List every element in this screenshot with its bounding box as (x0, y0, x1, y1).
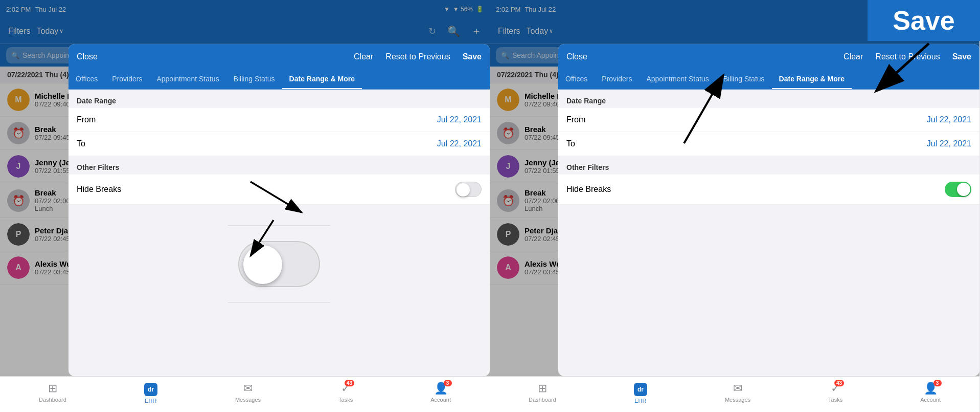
big-toggle-knob-left (243, 245, 282, 284)
tab-account-right[interactable]: 👤 3 Account (920, 382, 941, 403)
dr-logo-right: dr (634, 383, 647, 396)
filter-hide-breaks-right[interactable]: Hide Breaks (558, 175, 979, 205)
tab-ehr-label-left: EHR (145, 398, 156, 404)
tab-messages-label-left: Messages (235, 397, 261, 403)
filter-to-label-right: To (566, 139, 927, 148)
modal-header-left: Close Clear Reset to Previous Save (69, 44, 490, 70)
filter-modal-left: Close Clear Reset to Previous Save Offic… (69, 44, 490, 376)
modal-close-left[interactable]: Close (77, 52, 98, 61)
filter-from-label-right: From (566, 115, 927, 124)
filter-modal-right: Close Clear Reset to Previous Save Offic… (558, 44, 979, 376)
filter-to-right[interactable]: To Jul 22, 2021 (558, 132, 979, 156)
hide-breaks-toggle-right[interactable] (945, 182, 971, 197)
save-overlay[interactable]: Save (868, 0, 980, 41)
filter-from-value-left: Jul 22, 2021 (437, 115, 482, 124)
dashboard-icon-right: ⊞ (538, 382, 547, 395)
section-other-filters-right: Other Filters (558, 156, 979, 175)
tab-tasks-left[interactable]: ✓ 43 Tasks (338, 382, 353, 403)
filter-hide-breaks-label-left: Hide Breaks (77, 185, 455, 194)
tab-date-range-left[interactable]: Date Range & More (282, 70, 362, 89)
right-panel: 2:02 PM Thu Jul 22 ▼ ▼ 56% 🔋 Filters Tod… (490, 0, 979, 412)
modal-close-right[interactable]: Close (566, 52, 587, 61)
filter-to-value-left: Jul 22, 2021 (437, 139, 482, 148)
dr-logo-left: dr (144, 383, 157, 396)
ehr-icon-left: dr (144, 381, 157, 396)
hide-breaks-toggle-left[interactable] (455, 182, 482, 197)
tab-billing-left[interactable]: Billing Status (226, 70, 282, 89)
tab-providers-left[interactable]: Providers (105, 70, 149, 89)
tab-dashboard-label-right: Dashboard (529, 397, 556, 403)
tab-messages-right[interactable]: ✉ Messages (725, 382, 750, 403)
tab-dashboard-label-left: Dashboard (39, 397, 66, 403)
modal-content-left: Date Range From Jul 22, 2021 To Jul 22, … (69, 90, 490, 376)
tab-dashboard-right[interactable]: ⊞ Dashboard (529, 382, 556, 403)
account-badge-container-right: 👤 3 (924, 382, 938, 395)
tab-messages-label-right: Messages (725, 397, 750, 403)
filter-to-label-left: To (77, 139, 437, 148)
modal-clear-left[interactable]: Clear (354, 52, 373, 61)
toggle-knob-right (957, 183, 970, 196)
modal-clear-right[interactable]: Clear (844, 52, 863, 61)
filter-to-left[interactable]: To Jul 22, 2021 (69, 132, 490, 156)
account-badge-left: 3 (444, 380, 452, 386)
tab-appt-status-right[interactable]: Appointment Status (639, 70, 716, 89)
modal-header-right: Close Clear Reset to Previous Save (558, 44, 979, 70)
tab-providers-right[interactable]: Providers (595, 70, 639, 89)
section-date-range-right: Date Range (558, 90, 979, 108)
account-badge-container-left: 👤 3 (434, 382, 448, 395)
filter-from-left[interactable]: From Jul 22, 2021 (69, 108, 490, 132)
tasks-badge-left: 43 (345, 380, 354, 386)
tab-tasks-label-right: Tasks (828, 397, 842, 403)
account-badge-right: 3 (933, 380, 942, 386)
modal-reset-right[interactable]: Reset to Previous (875, 52, 940, 61)
filter-from-right[interactable]: From Jul 22, 2021 (558, 108, 979, 132)
filter-to-value-right: Jul 22, 2021 (927, 139, 971, 148)
tab-date-range-right[interactable]: Date Range & More (772, 70, 852, 89)
big-toggle-left (238, 241, 320, 287)
section-other-filters-left: Other Filters (69, 156, 490, 175)
tab-bar-right: ⊞ Dashboard dr EHR ✉ Messages ✓ 43 Tasks… (490, 376, 979, 412)
save-overlay-text: Save (893, 5, 954, 36)
tab-tasks-label-left: Tasks (338, 397, 353, 403)
modal-save-right[interactable]: Save (952, 52, 971, 61)
tab-ehr-left[interactable]: dr EHR (144, 381, 157, 404)
messages-icon-left: ✉ (243, 382, 253, 395)
tasks-badge-container-right: ✓ 43 (831, 382, 840, 395)
tasks-badge-right: 43 (834, 380, 844, 386)
toggle-knob-left (457, 183, 470, 197)
modal-reset-left[interactable]: Reset to Previous (385, 52, 450, 61)
modal-save-left[interactable]: Save (463, 52, 482, 61)
tab-bar-left: ⊞ Dashboard dr EHR ✉ Messages ✓ 43 Tasks… (0, 376, 490, 412)
modal-content-right: Date Range From Jul 22, 2021 To Jul 22, … (558, 90, 979, 376)
tab-ehr-right[interactable]: dr EHR (634, 381, 647, 404)
tab-account-label-right: Account (920, 397, 941, 403)
tab-messages-left[interactable]: ✉ Messages (235, 382, 261, 403)
tab-billing-right[interactable]: Billing Status (716, 70, 772, 89)
ehr-icon-right: dr (634, 381, 647, 396)
tab-account-left[interactable]: 👤 3 Account (430, 382, 451, 403)
tab-tasks-right[interactable]: ✓ 43 Tasks (828, 382, 842, 403)
tab-offices-right[interactable]: Offices (558, 70, 595, 89)
dashboard-icon-left: ⊞ (48, 382, 57, 395)
tab-dashboard-left[interactable]: ⊞ Dashboard (39, 382, 66, 403)
modal-tabs-right: Offices Providers Appointment Status Bil… (558, 70, 979, 90)
big-toggle-area-left (69, 205, 490, 313)
filter-from-value-right: Jul 22, 2021 (927, 115, 971, 124)
left-panel: 2:02 PM Thu Jul 22 ▼ ▼ 56% 🔋 Filters Tod… (0, 0, 490, 412)
tab-appt-status-left[interactable]: Appointment Status (149, 70, 226, 89)
filter-hide-breaks-left[interactable]: Hide Breaks (69, 175, 490, 205)
tasks-badge-container-left: ✓ 43 (341, 382, 350, 395)
filter-hide-breaks-label-right: Hide Breaks (566, 185, 945, 194)
tab-ehr-label-right: EHR (634, 398, 646, 404)
modal-tabs-left: Offices Providers Appointment Status Bil… (69, 70, 490, 90)
filter-from-label-left: From (77, 115, 437, 124)
messages-icon-right: ✉ (733, 382, 742, 395)
tab-offices-left[interactable]: Offices (69, 70, 105, 89)
section-date-range-left: Date Range (69, 90, 490, 108)
tab-account-label-left: Account (430, 397, 451, 403)
